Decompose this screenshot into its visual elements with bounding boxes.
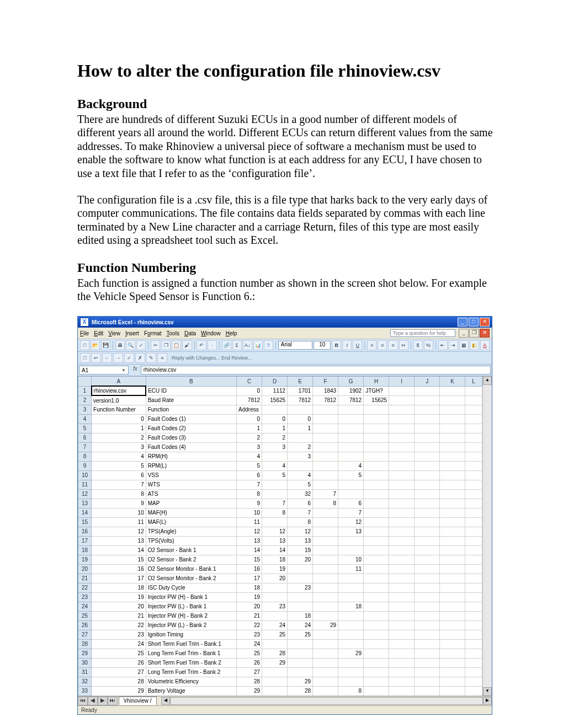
row-header[interactable]: 29 — [78, 649, 92, 658]
cell[interactable]: 15 — [92, 555, 146, 564]
cell[interactable]: 7 — [262, 499, 288, 508]
grid-row[interactable]: 3329Battery Voltage29288 — [78, 686, 482, 695]
cell[interactable]: Long Term Fuel Trim - Bank 2 — [146, 667, 236, 677]
cell[interactable] — [262, 667, 288, 677]
cell[interactable] — [440, 649, 465, 658]
hyperlink-icon[interactable]: 🔗 — [222, 340, 231, 350]
row-header[interactable]: 23 — [78, 592, 92, 602]
cell[interactable] — [313, 658, 338, 667]
cell[interactable] — [440, 555, 465, 564]
cell[interactable]: 28 — [262, 649, 288, 658]
row-header[interactable]: 26 — [78, 620, 92, 630]
merge-center-icon[interactable]: ⇔ — [399, 340, 408, 350]
cell[interactable] — [415, 461, 440, 470]
cell[interactable]: 3 — [288, 452, 313, 461]
cell[interactable] — [338, 630, 364, 639]
cell[interactable]: 12 — [262, 527, 288, 536]
row-header[interactable]: 1 — [78, 386, 92, 395]
cell[interactable] — [415, 386, 440, 395]
grid-row[interactable]: 1612TPS(Angle)12121213 — [78, 527, 482, 536]
cell[interactable] — [364, 470, 389, 480]
cell[interactable] — [465, 574, 482, 583]
cell[interactable] — [313, 461, 338, 470]
cell[interactable] — [389, 489, 415, 499]
sheet-tab[interactable]: \rhinoview / — [119, 697, 157, 705]
cell[interactable] — [364, 517, 389, 527]
cell[interactable] — [415, 424, 440, 433]
cell[interactable]: 11 — [237, 517, 262, 527]
cell[interactable] — [389, 574, 415, 583]
cell[interactable]: 16 — [92, 564, 146, 574]
cell[interactable]: 4 — [237, 452, 262, 461]
cell[interactable]: 22 — [92, 620, 146, 630]
column-headers[interactable]: A B C D E F G H I J K L — [78, 377, 482, 387]
cell[interactable]: 24 — [262, 620, 288, 630]
cell[interactable] — [389, 424, 415, 433]
cell[interactable] — [364, 677, 389, 686]
cell[interactable]: 0 — [237, 386, 262, 395]
cell[interactable] — [313, 630, 338, 639]
row-header[interactable]: 6 — [78, 433, 92, 442]
cell[interactable] — [465, 555, 482, 564]
spell-icon[interactable]: ✓ — [136, 340, 146, 350]
cell[interactable] — [465, 686, 482, 695]
cell[interactable]: 18 — [262, 555, 288, 564]
cell[interactable] — [364, 508, 389, 517]
cell[interactable] — [389, 442, 415, 452]
cell[interactable]: 7 — [92, 480, 146, 489]
cell[interactable] — [338, 433, 364, 442]
cell[interactable] — [262, 686, 288, 695]
grid-row[interactable]: 1511MAF(L)11812 — [78, 517, 482, 527]
row-header[interactable]: 11 — [78, 480, 92, 489]
cell[interactable]: Fault Codes (4) — [146, 442, 236, 452]
row-header[interactable]: 14 — [78, 508, 92, 517]
grid-row[interactable]: 139MAP97686 — [78, 499, 482, 508]
grid-row[interactable]: 2622Injector PW (L) - Bank 222242429 — [78, 620, 482, 630]
grid-row[interactable]: 1814O2 Sensor - Bank 1141419 — [78, 545, 482, 555]
cell[interactable]: 5 — [237, 461, 262, 470]
cell[interactable] — [364, 442, 389, 452]
cell[interactable] — [415, 686, 440, 695]
cell[interactable]: VSS — [146, 470, 236, 480]
align-left-icon[interactable]: ≡ — [367, 340, 376, 350]
cell[interactable]: 0 — [262, 414, 288, 424]
cell[interactable]: 21 — [92, 611, 146, 620]
cell[interactable]: 22 — [237, 620, 262, 630]
cell[interactable] — [465, 630, 482, 639]
currency-icon[interactable]: $ — [413, 340, 423, 350]
cell[interactable]: 3 — [237, 442, 262, 452]
cell[interactable]: Battery Voltage — [146, 686, 236, 695]
cell[interactable]: 15 — [237, 555, 262, 564]
grid-row[interactable]: 117WTS75 — [78, 480, 482, 489]
help-search-input[interactable]: Type a question for help — [390, 329, 455, 337]
cell[interactable] — [364, 414, 389, 424]
cell[interactable]: Injector PW (H) - Bank 2 — [146, 611, 236, 620]
cell[interactable]: 4 — [338, 461, 364, 470]
cell[interactable] — [465, 583, 482, 592]
print-icon[interactable]: 🖶 — [115, 340, 125, 350]
row-header[interactable]: 16 — [78, 527, 92, 536]
cell[interactable] — [465, 461, 482, 470]
grid-row[interactable]: 1rhinoview.csvECU ID01112170118431902JTG… — [78, 386, 482, 395]
cell[interactable]: 25 — [237, 649, 262, 658]
cell[interactable] — [415, 602, 440, 611]
cell[interactable]: 14 — [237, 545, 262, 555]
review-reply-icon[interactable]: ↩ — [91, 353, 101, 363]
cell[interactable]: 17 — [237, 574, 262, 583]
grid-row[interactable]: 3228Volumetric Efficiency2829 — [78, 677, 482, 686]
cell[interactable] — [262, 677, 288, 686]
cell[interactable]: Long Term Fuel Trim - Bank 1 — [146, 649, 236, 658]
cell[interactable] — [364, 555, 389, 564]
cell[interactable]: 7812 — [338, 395, 364, 405]
col-header[interactable]: A — [92, 377, 146, 387]
cell[interactable] — [389, 658, 415, 667]
cell[interactable]: 28 — [288, 686, 313, 695]
horizontal-scrollbar[interactable]: ◀ ▶ — [161, 697, 492, 705]
cell[interactable] — [415, 639, 440, 649]
doc-minimize-button[interactable]: _ — [459, 329, 469, 338]
cell[interactable] — [440, 630, 465, 639]
cell[interactable] — [440, 499, 465, 508]
cell[interactable] — [389, 461, 415, 470]
cell[interactable] — [364, 649, 389, 658]
cell[interactable]: 11 — [92, 517, 146, 527]
